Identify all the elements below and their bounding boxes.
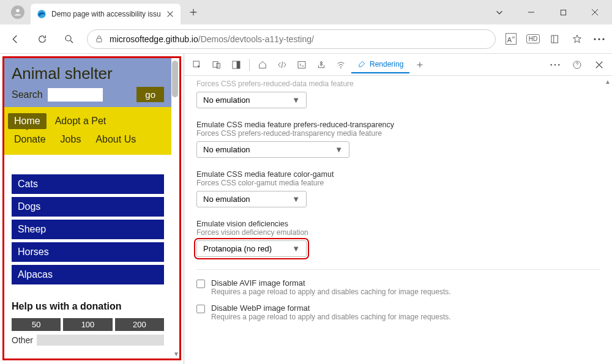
- section-title: Emulate vision deficiencies: [196, 220, 600, 228]
- svg-point-17: [554, 64, 556, 65]
- search-input[interactable]: [48, 88, 103, 102]
- dock-icon[interactable]: [227, 56, 245, 74]
- page-header: Animal shelter Search go: [4, 58, 171, 107]
- svg-rect-5: [551, 35, 558, 43]
- svg-rect-4: [97, 38, 102, 42]
- animal-list: Cats Dogs Sheep Horses Alpacas: [4, 155, 171, 294]
- address-bar: microsoftedge.github.io/Demos/devtools-a…: [0, 24, 612, 54]
- devtools-tabs: Rendering: [184, 54, 612, 76]
- nav-about[interactable]: About Us: [89, 132, 142, 147]
- svg-rect-2: [561, 10, 565, 15]
- profile-avatar[interactable]: [11, 6, 24, 19]
- donation-amount-button[interactable]: 50: [12, 318, 61, 331]
- svg-rect-10: [213, 61, 218, 67]
- url-text: microsoftedge.github.io/Demos/devtools-a…: [110, 34, 314, 44]
- inspect-icon[interactable]: [188, 56, 206, 74]
- section-subtitle: Forces CSS color-gamut media feature: [196, 179, 600, 187]
- search-button[interactable]: [60, 30, 78, 48]
- section-title: Emulate CSS media feature prefers-reduce…: [196, 121, 600, 129]
- help-icon[interactable]: [568, 56, 586, 74]
- svg-point-6: [594, 38, 595, 40]
- paintbrush-icon: [357, 60, 366, 69]
- divider: [196, 269, 600, 270]
- close-icon[interactable]: [166, 10, 174, 18]
- favorite-icon[interactable]: [570, 32, 584, 46]
- new-tab-button[interactable]: [184, 3, 203, 21]
- more-icon[interactable]: [592, 32, 606, 46]
- transparency-select[interactable]: No emulation ▼: [196, 141, 349, 158]
- scroll-down-icon[interactable]: ▼: [173, 351, 179, 357]
- list-item[interactable]: Cats: [12, 174, 164, 194]
- read-aloud-icon[interactable]: A»: [504, 32, 518, 46]
- donation-amount-button[interactable]: 100: [63, 318, 112, 331]
- svg-point-18: [558, 64, 560, 65]
- elements-icon[interactable]: [273, 56, 291, 74]
- svg-point-15: [340, 67, 341, 68]
- welcome-icon[interactable]: [253, 56, 272, 74]
- list-item[interactable]: Alpacas: [12, 265, 164, 284]
- disable-webp-checkbox[interactable]: [196, 305, 205, 313]
- minimize-button[interactable]: [519, 3, 543, 21]
- chevron-down-icon[interactable]: [487, 3, 512, 21]
- reduced-data-select[interactable]: No emulation ▼: [196, 92, 307, 108]
- page-preview: Animal shelter Search go Home Adopt a Pe…: [2, 56, 181, 360]
- checkbox-label: Disable WebP image format: [211, 303, 451, 313]
- browser-tab[interactable]: Demo page with accessibility issu: [31, 4, 181, 24]
- hd-icon[interactable]: HD: [526, 32, 540, 46]
- back-button[interactable]: [6, 30, 24, 48]
- section-title: Emulate CSS media feature color-gamut: [196, 170, 600, 179]
- section-subtitle: Forces vision deficiency emulation: [196, 228, 600, 237]
- svg-point-8: [602, 38, 604, 40]
- checkbox-subtitle: Requires a page reload to apply and disa…: [211, 313, 451, 321]
- scroll-up-icon[interactable]: ▲: [605, 78, 611, 85]
- list-item[interactable]: Horses: [12, 242, 164, 262]
- donation-amount-button[interactable]: 200: [115, 318, 164, 331]
- list-item[interactable]: Sheep: [12, 220, 164, 239]
- donation-other-input[interactable]: [37, 335, 164, 346]
- svg-point-3: [65, 35, 71, 41]
- donation-title: Help us with a donation: [12, 301, 164, 312]
- main-nav: Home Adopt a Pet Donate Jobs About Us: [4, 107, 171, 155]
- maximize-button[interactable]: [551, 3, 575, 21]
- svg-point-16: [550, 64, 552, 65]
- console-icon[interactable]: [293, 56, 311, 74]
- tab-rendering[interactable]: Rendering: [351, 56, 409, 73]
- close-window-button[interactable]: [583, 3, 607, 21]
- tab-title: Demo page with accessibility issu: [51, 10, 161, 18]
- window-titlebar: Demo page with accessibility issu: [0, 0, 612, 24]
- more-icon[interactable]: [546, 56, 564, 74]
- devtools-body: ▲ Forces CSS prefers-reduced-data media …: [184, 76, 612, 364]
- gamut-select[interactable]: No emulation ▼: [196, 191, 307, 207]
- disable-avif-checkbox[interactable]: [196, 280, 205, 288]
- nav-home[interactable]: Home: [8, 113, 47, 129]
- donation-section: Help us with a donation 50 100 200 Other: [4, 294, 171, 353]
- chevron-down-icon: ▼: [292, 244, 300, 253]
- svg-point-0: [16, 9, 19, 12]
- device-icon[interactable]: [207, 56, 226, 74]
- donation-other-label: Other: [12, 335, 33, 345]
- url-input[interactable]: microsoftedge.github.io/Demos/devtools-a…: [87, 29, 496, 49]
- sources-icon[interactable]: [312, 56, 330, 74]
- nav-jobs[interactable]: Jobs: [54, 132, 88, 147]
- go-button[interactable]: go: [136, 87, 164, 102]
- edge-icon: [37, 9, 47, 19]
- lock-icon: [95, 35, 103, 43]
- search-label: Search: [12, 89, 43, 100]
- svg-rect-13: [237, 61, 240, 69]
- chevron-down-icon: ▼: [335, 145, 343, 154]
- checkbox-label: Disable AVIF image format: [211, 278, 451, 288]
- scrollbar-thumb[interactable]: [172, 61, 178, 97]
- refresh-button[interactable]: [33, 30, 51, 48]
- close-devtools-button[interactable]: [590, 56, 608, 74]
- chevron-down-icon: ▼: [292, 95, 300, 105]
- svg-rect-14: [298, 61, 305, 68]
- nav-adopt[interactable]: Adopt a Pet: [49, 113, 113, 129]
- devtools-panel: Rendering ▲ Forces CSS prefers-reduced-d…: [184, 54, 612, 364]
- vision-deficiency-select[interactable]: Protanopia (no red) ▼: [196, 240, 307, 257]
- checkbox-subtitle: Requires a page reload to apply and disa…: [211, 288, 451, 296]
- list-item[interactable]: Dogs: [12, 197, 164, 217]
- more-tabs-button[interactable]: [411, 56, 429, 74]
- network-icon[interactable]: [332, 56, 350, 74]
- section-subtitle: Forces CSS prefers-reduced-data media fe…: [196, 80, 600, 88]
- collections-icon[interactable]: [548, 32, 562, 46]
